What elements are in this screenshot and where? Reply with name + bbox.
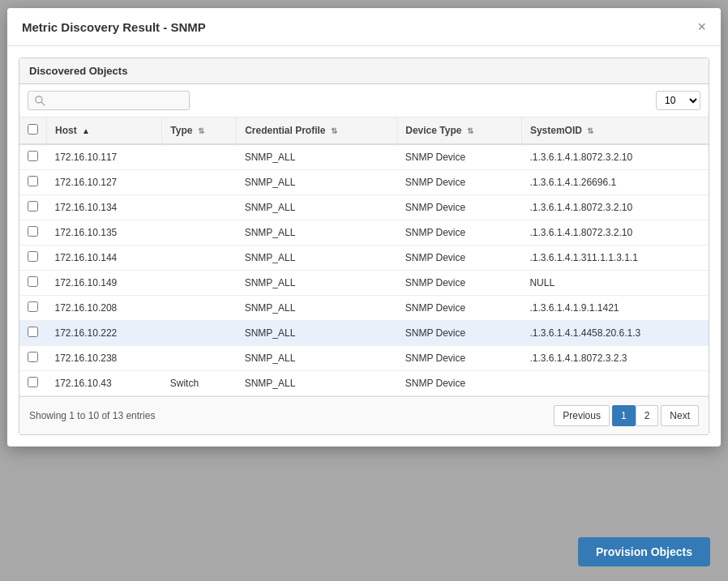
cell-device_type: SNMP Device: [397, 271, 522, 296]
page-buttons: 12: [612, 405, 658, 426]
row-checkbox[interactable]: [28, 251, 38, 262]
table-header: Host ▲Type ⇅Credential Profile ⇅Device T…: [19, 117, 709, 144]
col-header-type[interactable]: Type ⇅: [162, 117, 237, 144]
select-all-header: [19, 117, 47, 144]
row-checkbox[interactable]: [28, 352, 38, 362]
col-header-host[interactable]: Host ▲: [47, 117, 162, 144]
page-button-2[interactable]: 2: [636, 405, 659, 426]
row-checkbox[interactable]: [28, 226, 38, 237]
search-icon: [35, 96, 45, 106]
cell-type: [162, 195, 237, 220]
cell-credential_profile: SNMP_ALL: [237, 271, 397, 296]
cell-host: 172.16.10.127: [47, 170, 162, 195]
row-checkbox[interactable]: [28, 327, 38, 337]
table-row: 172.16.10.134SNMP_ALLSNMP Device.1.3.6.1…: [19, 195, 709, 220]
cell-device_type: SNMP Device: [397, 220, 522, 246]
previous-button[interactable]: Previous: [554, 405, 610, 426]
cell-credential_profile: SNMP_ALL: [237, 246, 397, 271]
modal-body: Discovered Objects 102550100: [7, 46, 721, 446]
cell-device_type: SNMP Device: [397, 195, 522, 220]
cell-type: [162, 144, 237, 170]
row-checkbox-cell: [19, 296, 47, 321]
pagination: Previous 12 Next: [554, 405, 699, 426]
row-checkbox-cell: [19, 195, 47, 220]
row-checkbox[interactable]: [28, 377, 38, 387]
cell-host: 172.16.10.135: [47, 220, 162, 246]
search-input[interactable]: [49, 95, 179, 106]
cell-host: 172.16.10.144: [47, 246, 162, 271]
row-checkbox[interactable]: [28, 176, 38, 186]
cell-type: Switch: [162, 371, 237, 396]
table-row: 172.16.10.127SNMP_ALLSNMP Device.1.3.6.1…: [19, 170, 709, 195]
table-controls: 102550100: [19, 84, 709, 117]
table-row: 172.16.10.238SNMP_ALLSNMP Device.1.3.6.1…: [19, 346, 709, 371]
cell-host: 172.16.10.134: [47, 195, 162, 220]
row-checkbox-cell: [19, 271, 47, 296]
cell-type: [162, 246, 237, 271]
sort-arrow: ⇅: [467, 126, 473, 135]
svg-line-1: [41, 102, 45, 105]
cell-host: 172.16.10.149: [47, 271, 162, 296]
row-checkbox[interactable]: [28, 276, 38, 287]
close-button[interactable]: ×: [697, 19, 706, 34]
per-page-select[interactable]: 102550100: [656, 91, 700, 110]
table-row: 172.16.10.144SNMP_ALLSNMP Device.1.3.6.1…: [19, 246, 709, 271]
search-box: [28, 91, 190, 110]
table-footer: Showing 1 to 10 of 13 entries Previous 1…: [19, 396, 709, 434]
discovered-objects-panel: Discovered Objects 102550100: [19, 58, 709, 435]
table-row: 172.16.10.135SNMP_ALLSNMP Device.1.3.6.1…: [19, 220, 709, 246]
cell-device_type: SNMP Device: [397, 321, 522, 346]
next-button[interactable]: Next: [661, 405, 699, 426]
sort-arrow-asc: ▲: [82, 126, 90, 135]
cell-type: [162, 296, 237, 321]
cell-host: 172.16.10.238: [47, 346, 162, 371]
cell-system_oid: .1.3.6.1.4.1.9.1.1421: [521, 296, 709, 321]
table-row: 172.16.10.43SwitchSNMP_ALLSNMP Device: [19, 371, 709, 396]
cell-system_oid: NULL: [521, 271, 709, 296]
per-page-control: 102550100: [656, 91, 700, 110]
cell-system_oid: .1.3.6.1.4.1.311.1.1.3.1.1: [521, 246, 709, 271]
cell-credential_profile: SNMP_ALL: [237, 170, 397, 195]
row-checkbox-cell: [19, 246, 47, 271]
cell-system_oid: .1.3.6.1.4.1.8072.3.2.10: [521, 144, 709, 170]
select-all-checkbox[interactable]: [28, 124, 38, 135]
row-checkbox-cell: [19, 346, 47, 371]
panel-header: Discovered Objects: [19, 58, 709, 84]
cell-type: [162, 271, 237, 296]
cell-system_oid: [521, 371, 709, 396]
col-header-credential_profile[interactable]: Credential Profile ⇅: [237, 117, 397, 144]
sort-arrow: ⇅: [587, 126, 593, 135]
modal-title: Metric Discovery Result - SNMP: [22, 20, 206, 34]
col-header-system_oid[interactable]: SystemOID ⇅: [521, 117, 709, 144]
row-checkbox-cell: [19, 144, 47, 170]
cell-type: [162, 220, 237, 246]
cell-system_oid: .1.3.6.1.4.1.4458.20.6.1.3: [521, 321, 709, 346]
cell-system_oid: .1.3.6.1.4.1.8072.3.2.10: [521, 220, 709, 246]
row-checkbox-cell: [19, 371, 47, 396]
cell-device_type: SNMP Device: [397, 246, 522, 271]
modal: Metric Discovery Result - SNMP × Discove…: [7, 8, 721, 446]
cell-system_oid: .1.3.6.1.4.1.8072.3.2.3: [521, 346, 709, 371]
provision-objects-button[interactable]: Provision Objects: [578, 537, 710, 566]
cell-host: 172.16.10.117: [47, 144, 162, 170]
row-checkbox[interactable]: [28, 151, 38, 161]
cell-host: 172.16.10.222: [47, 321, 162, 346]
table-body: 172.16.10.117SNMP_ALLSNMP Device.1.3.6.1…: [19, 144, 709, 396]
cell-device_type: SNMP Device: [397, 371, 522, 396]
cell-credential_profile: SNMP_ALL: [237, 296, 397, 321]
col-header-device_type[interactable]: Device Type ⇅: [397, 117, 522, 144]
row-checkbox[interactable]: [28, 201, 38, 211]
row-checkbox-cell: [19, 220, 47, 246]
row-checkbox-cell: [19, 170, 47, 195]
cell-type: [162, 170, 237, 195]
cell-device_type: SNMP Device: [397, 346, 522, 371]
row-checkbox[interactable]: [28, 301, 38, 312]
table-row: 172.16.10.117SNMP_ALLSNMP Device.1.3.6.1…: [19, 144, 709, 170]
table-row: 172.16.10.208SNMP_ALLSNMP Device.1.3.6.1…: [19, 296, 709, 321]
cell-credential_profile: SNMP_ALL: [237, 220, 397, 246]
row-checkbox-cell: [19, 321, 47, 346]
cell-type: [162, 321, 237, 346]
page-button-1[interactable]: 1: [612, 405, 636, 426]
cell-system_oid: .1.3.6.1.4.1.8072.3.2.10: [521, 195, 709, 220]
cell-device_type: SNMP Device: [397, 296, 522, 321]
